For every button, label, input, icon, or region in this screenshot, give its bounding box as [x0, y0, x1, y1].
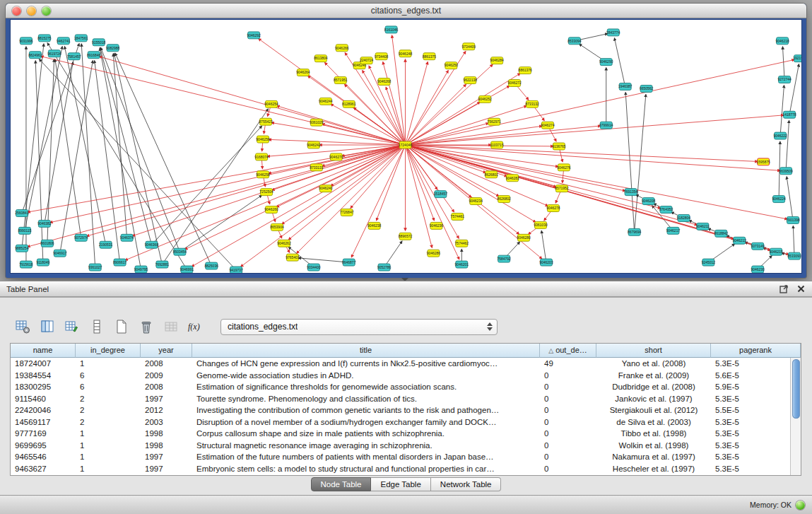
graph-node[interactable]: 2190531 — [99, 241, 113, 248]
graph-node[interactable]: 8815275 — [37, 35, 52, 42]
graph-node[interactable]: 9046201 — [455, 261, 469, 268]
table-row[interactable]: 1872400712008Changes of HCN gene express… — [11, 358, 790, 370]
table-options-icon[interactable] — [13, 317, 32, 337]
graph-node[interactable]: 1103715 — [490, 141, 504, 148]
graph-node[interactable]: 8533094 — [567, 37, 582, 45]
import-table-icon[interactable] — [161, 317, 180, 337]
graph-node[interactable]: 9361027 — [88, 264, 102, 271]
graph-node[interactable]: 7574461 — [451, 213, 465, 220]
graph-node[interactable]: 9046248 — [399, 50, 413, 57]
network-view-canvas[interactable]: 9031996 8815275 9462741 1847561 9155018 … — [10, 19, 802, 274]
graph-node[interactable]: 1595875 — [756, 158, 770, 165]
graph-node[interactable]: 9046290 — [599, 59, 613, 66]
graph-node[interactable]: 9046991 — [180, 266, 194, 273]
graph-node[interactable]: 9419737 — [229, 267, 243, 273]
table-row[interactable]: 969969511998Structural magnetic resonanc… — [11, 440, 790, 452]
graph-node[interactable]: 8764353 — [659, 206, 673, 214]
graph-node[interactable]: 9361030 — [534, 221, 548, 228]
graph-node[interactable]: 9046272 — [507, 80, 522, 87]
graph-node[interactable]: 9046270 — [329, 153, 343, 160]
graph-node[interactable]: 7562971 — [487, 118, 501, 125]
graph-node[interactable]: 8128961 — [342, 100, 356, 107]
graph-node[interactable]: 9046258 — [256, 171, 270, 178]
graph-node[interactable]: 9046208 — [642, 198, 656, 205]
graph-node[interactable]: 1946387 — [618, 83, 632, 90]
table-row[interactable]: 2242004622012Investigating the contribut… — [11, 404, 790, 416]
show-column-icon[interactable] — [37, 317, 57, 337]
graph-node[interactable]: 9046262 — [277, 240, 291, 247]
graph-node[interactable]: 9046284 — [490, 57, 504, 64]
graph-node[interactable]: 1921986 — [793, 55, 801, 62]
column-header-short[interactable]: short — [596, 344, 711, 358]
table-row[interactable]: 946362711997Embryonic stem cells: a mode… — [11, 463, 790, 475]
graph-node[interactable]: 9046286 — [427, 250, 441, 257]
graph-node[interactable]: 7726847 — [340, 209, 354, 216]
graph-node[interactable]: 8646877 — [342, 259, 356, 266]
graph-node[interactable]: 9049795 — [134, 266, 148, 273]
column-header-title[interactable]: title — [192, 344, 540, 358]
graph-node[interactable]: 9046268 — [377, 78, 392, 86]
graph-node[interactable]: 8626801 — [484, 171, 498, 178]
graph-node[interactable]: 9046234 — [469, 198, 483, 205]
column-header-pagerank[interactable]: pagerank — [711, 344, 801, 358]
graph-node[interactable]: 8626802 — [497, 196, 511, 203]
float-panel-icon[interactable] — [779, 284, 789, 293]
graph-node[interactable]: 8896572 — [399, 233, 413, 240]
graph-node[interactable]: 9373149 — [751, 243, 765, 250]
graph-node[interactable]: 8613804 — [314, 55, 328, 62]
graph-node[interactable]: 9046236 — [430, 222, 444, 229]
graph-node[interactable]: 9046292 — [247, 32, 261, 39]
graph-node[interactable]: 9046224 — [772, 196, 786, 203]
graph-node[interactable]: 9046203 — [539, 259, 553, 266]
graph-node[interactable]: 9046374 — [120, 234, 134, 241]
tab-edge-table[interactable]: Edge Table — [371, 477, 430, 491]
column-header-in_degree[interactable]: in_degree — [76, 344, 141, 358]
graph-node[interactable]: 9361029 — [310, 119, 324, 126]
graph-node[interactable]: 9622138 — [464, 77, 478, 84]
graph-node[interactable]: 7692881 — [155, 261, 170, 268]
graph-node[interactable]: 1418778 — [782, 111, 796, 118]
graph-node[interactable]: 9046254 — [264, 100, 278, 107]
graph-node[interactable]: 9046217 — [666, 227, 681, 234]
graph-node[interactable]: 9046274 — [541, 122, 555, 129]
graph-node[interactable]: 8161046 — [384, 26, 399, 33]
graph-node[interactable]: 7901398 — [786, 216, 800, 223]
graph-node[interactable]: 9046368 — [145, 241, 159, 248]
graph-node[interactable]: 8733132 — [525, 100, 539, 107]
graph-node[interactable]: 9046278 — [546, 205, 560, 212]
graph-node[interactable]: 9046211 — [696, 223, 710, 230]
graph-node[interactable]: 8861375 — [423, 53, 437, 60]
graph-node[interactable]: 9765401 — [286, 254, 300, 261]
graph-node[interactable]: 9272744 — [777, 76, 792, 83]
graph-node[interactable]: 8679694 — [628, 228, 642, 235]
graph-node[interactable]: 8503454 — [173, 248, 187, 255]
graph-node[interactable]: 9046215 — [769, 248, 783, 255]
graph-node[interactable]: 8733131 — [310, 164, 324, 171]
graph-node[interactable]: 9046264 — [296, 69, 310, 76]
scrollbar-thumb[interactable] — [792, 359, 800, 419]
graph-node[interactable]: 8861376 — [518, 67, 532, 74]
graph-node[interactable]: 9082988 — [106, 45, 120, 52]
graph-node[interactable]: 2560841 — [15, 210, 29, 217]
graph-node[interactable]: 7581457 — [67, 53, 81, 60]
graph-node[interactable]: 8906617 — [113, 259, 127, 266]
table-row[interactable]: 946554611997Estimation of the future num… — [11, 451, 790, 463]
graph-node[interactable]: 9118049 — [36, 259, 49, 266]
zoom-window-button[interactable] — [42, 6, 51, 16]
table-row[interactable]: 1456911722003Disruption of a novel membe… — [11, 416, 790, 428]
graph-node[interactable]: 9182804 — [677, 214, 691, 221]
new-table-icon[interactable] — [112, 317, 131, 337]
graph-node[interactable]: 9046260 — [264, 206, 278, 214]
graph-node[interactable]: 9734408 — [375, 53, 389, 60]
delete-table-icon[interactable] — [136, 317, 155, 337]
graph-node[interactable]: 8601806 — [40, 240, 54, 247]
graph-node[interactable]: 9046382 — [37, 220, 52, 227]
table-row[interactable]: 1830029562008Estimation of significance … — [11, 381, 790, 393]
graph-node[interactable]: 9046266 — [335, 45, 349, 52]
graph-node[interactable]: 8571952 — [555, 185, 569, 192]
graph-node[interactable]: 9052786 — [377, 264, 392, 271]
graph-node[interactable]: 9046230 — [751, 266, 765, 273]
table-selector-dropdown[interactable]: citations_edges.txt — [220, 319, 498, 335]
graph-node[interactable]: 9168074 — [254, 153, 269, 160]
graph-node[interactable]: 8533093 — [787, 252, 801, 259]
